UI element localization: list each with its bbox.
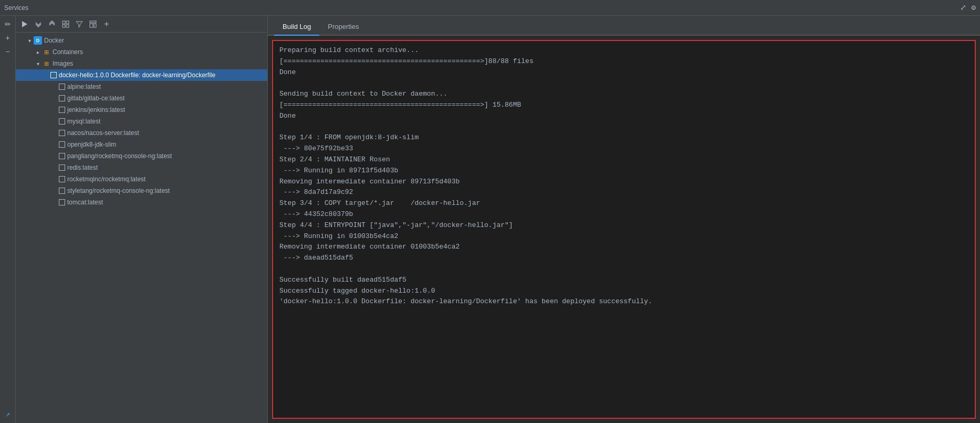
tree-arrow-mysql	[51, 118, 58, 125]
tree-item-docker-hello[interactable]: docker-hello:1.0.0 Dockerfile: docker-le…	[16, 69, 267, 81]
image-icon-rocketmqinc	[59, 176, 65, 182]
tree-item-tomcat[interactable]: tomcat:latest	[16, 197, 267, 208]
image-icon-openjdk	[59, 141, 65, 148]
add-button[interactable]: +	[2, 32, 14, 44]
tree-label-alpine: alpine:latest	[67, 83, 101, 90]
tree-label-redis: redis:latest	[67, 164, 98, 171]
tree-arrow-tomcat	[51, 199, 58, 205]
top-bar: Services ⤢ ⚙	[0, 0, 980, 16]
tree-arrow-pangliang	[51, 153, 58, 159]
tree-label-mysql: mysql:latest	[67, 118, 100, 125]
tree-arrow-jenkins	[51, 107, 58, 113]
tree-label-rocketmqinc: rocketmqinc/rocketmq:latest	[67, 176, 145, 183]
tree-label-jenkins: jenkins/jenkins:latest	[67, 106, 125, 114]
tree-label-images: Images	[53, 60, 73, 67]
image-icon-jenkins	[59, 107, 65, 113]
tree-label-gitlab: gitlab/gitlab-ce:latest	[67, 95, 124, 102]
tree-item-gitlab[interactable]: gitlab/gitlab-ce:latest	[16, 92, 267, 104]
image-icon-alpine	[59, 84, 65, 90]
tree-label-nacos: nacos/nacos-server:latest	[67, 129, 139, 137]
svg-rect-1	[62, 21, 65, 24]
svg-rect-2	[66, 21, 69, 24]
tree-arrow-gitlab	[51, 95, 58, 101]
expand-icon[interactable]: ⤢	[960, 3, 966, 12]
tree-label-docker-hello: docker-hello:1.0.0 Dockerfile: docker-le…	[59, 71, 215, 79]
containers-folder-icon: ⊞	[42, 48, 50, 56]
tree-arrow-docker-hello	[43, 72, 49, 78]
tree-arrow-nacos	[51, 130, 58, 136]
svg-rect-3	[62, 25, 65, 27]
svg-rect-4	[66, 25, 69, 27]
tree-arrow-rocketmqinc	[51, 176, 58, 182]
tree-label-styletang: styletang/rocketmq-console-ng:latest	[67, 187, 170, 194]
expand-all-button[interactable]	[33, 18, 44, 30]
expand-button[interactable]: ↗	[2, 408, 14, 421]
tree-item-nacos[interactable]: nacos/nacos-server:latest	[16, 127, 267, 139]
docker-whale-icon: D	[34, 36, 42, 45]
run-button[interactable]	[19, 18, 30, 30]
svg-marker-0	[22, 21, 27, 27]
svg-rect-5	[90, 21, 96, 23]
image-icon-gitlab	[59, 95, 65, 101]
tree-item-images[interactable]: ⊞ Images	[16, 58, 267, 69]
tree-item-openjdk[interactable]: openjdk8-jdk-slim	[16, 139, 267, 150]
tree-label-pangliang: pangliang/rocketmq-console-ng:latest	[67, 152, 172, 160]
images-folder-icon: ⊞	[42, 59, 50, 68]
sidebar-tree: D Docker ⊞ Containers ⊞ Images docker-he…	[16, 33, 267, 423]
layout-button[interactable]	[87, 18, 99, 30]
image-icon-docker-hello	[50, 72, 57, 78]
tree-arrow-containers	[35, 49, 41, 55]
image-icon-redis	[59, 164, 65, 171]
tree-item-mysql[interactable]: mysql:latest	[16, 116, 267, 127]
image-icon-styletang	[59, 188, 65, 194]
settings-icon[interactable]: ⚙	[972, 3, 976, 12]
tree-label-docker: Docker	[44, 37, 64, 44]
svg-rect-7	[94, 24, 96, 27]
sidebar-toolbar: +	[16, 16, 267, 33]
window-title: Services	[4, 4, 28, 12]
edit-button[interactable]: ✏	[2, 18, 14, 30]
tree-label-openjdk: openjdk8-jdk-slim	[67, 141, 116, 148]
tree-item-jenkins[interactable]: jenkins/jenkins:latest	[16, 104, 267, 116]
image-icon-tomcat	[59, 199, 65, 205]
log-text: Preparing build context archive... [====…	[279, 45, 968, 307]
content-area: Build Log Properties Preparing build con…	[268, 16, 980, 423]
tree-item-rocketmqinc[interactable]: rocketmqinc/rocketmq:latest	[16, 173, 267, 185]
tree-arrow-openjdk	[51, 141, 58, 148]
add-service-button[interactable]: +	[101, 18, 112, 30]
image-icon-mysql	[59, 118, 65, 125]
tree-arrow-images	[35, 60, 41, 67]
left-actions: ✏ + − ↗	[0, 16, 16, 423]
filter-button[interactable]	[74, 18, 85, 30]
tabs-bar: Build Log Properties	[268, 16, 980, 36]
tree-item-alpine[interactable]: alpine:latest	[16, 81, 267, 92]
tree-arrow-docker	[26, 37, 33, 44]
image-icon-nacos	[59, 130, 65, 136]
sidebar: + D Docker ⊞ Containers ⊞ Imag	[16, 16, 268, 423]
tab-properties[interactable]: Properties	[319, 18, 367, 36]
services-button[interactable]	[60, 18, 71, 30]
main-container: ✏ + − ↗ +	[0, 16, 980, 423]
svg-rect-6	[90, 24, 93, 27]
tree-item-pangliang[interactable]: pangliang/rocketmq-console-ng:latest	[16, 150, 267, 162]
tree-arrow-alpine	[51, 84, 58, 90]
tree-arrow-redis	[51, 164, 58, 171]
image-icon-pangliang	[59, 153, 65, 159]
top-bar-icons: ⤢ ⚙	[960, 3, 976, 12]
tree-arrow-styletang	[51, 188, 58, 194]
tree-item-containers[interactable]: ⊞ Containers	[16, 46, 267, 58]
log-container[interactable]: Preparing build context archive... [====…	[272, 40, 976, 419]
collapse-all-button[interactable]	[46, 18, 58, 30]
remove-button[interactable]: −	[2, 45, 14, 58]
tree-item-docker[interactable]: D Docker	[16, 35, 267, 46]
tab-build-log[interactable]: Build Log	[274, 18, 319, 36]
docker-icon: D	[34, 36, 42, 45]
tree-label-containers: Containers	[53, 48, 83, 56]
tree-item-redis[interactable]: redis:latest	[16, 162, 267, 173]
tree-item-styletang[interactable]: styletang/rocketmq-console-ng:latest	[16, 185, 267, 197]
tree-label-tomcat: tomcat:latest	[67, 199, 103, 206]
